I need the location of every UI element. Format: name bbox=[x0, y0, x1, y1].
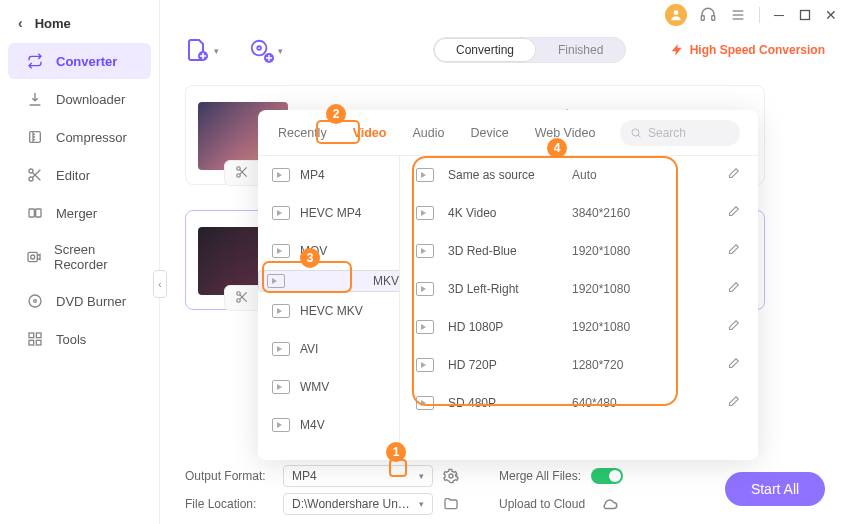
resolution-item[interactable]: Same as sourceAuto bbox=[400, 156, 758, 194]
sidebar-item-label: Screen Recorder bbox=[54, 242, 133, 272]
sidebar-item-screen-recorder[interactable]: Screen Recorder bbox=[8, 233, 151, 281]
edit-icon[interactable] bbox=[726, 205, 742, 221]
cloud-icon[interactable] bbox=[601, 495, 619, 513]
sidebar-item-dvd-burner[interactable]: DVD Burner bbox=[8, 283, 151, 319]
edit-icon[interactable] bbox=[726, 357, 742, 373]
svg-point-15 bbox=[31, 255, 35, 259]
merge-icon bbox=[26, 204, 44, 222]
svg-point-31 bbox=[237, 299, 241, 303]
svg-point-30 bbox=[237, 292, 241, 296]
sidebar-item-merger[interactable]: Merger bbox=[8, 195, 151, 231]
user-avatar[interactable] bbox=[665, 4, 687, 26]
resolution-item[interactable]: HD 1080P1920*1080 bbox=[400, 308, 758, 346]
bottom-bar: Output Format: MP4 ▾ Merge All Files: Fi… bbox=[185, 464, 825, 514]
edit-icon[interactable] bbox=[726, 167, 742, 183]
chevron-down-icon: ▾ bbox=[419, 499, 424, 509]
resolution-list: Same as sourceAuto4K Video3840*21603D Re… bbox=[400, 156, 758, 460]
minimize-button[interactable]: ─ bbox=[772, 8, 786, 22]
format-item-m4v[interactable]: M4V bbox=[258, 406, 399, 444]
tab-audio[interactable]: Audio bbox=[410, 122, 446, 144]
format-item-hevc-mp4[interactable]: HEVC MP4 bbox=[258, 194, 399, 232]
sidebar-item-converter[interactable]: Converter bbox=[8, 43, 151, 79]
home-label: Home bbox=[35, 16, 71, 31]
disc-icon bbox=[26, 292, 44, 310]
add-disc-button[interactable]: ▾ bbox=[249, 38, 273, 62]
start-all-button[interactable]: Start All bbox=[725, 472, 825, 506]
folder-icon[interactable] bbox=[443, 496, 459, 512]
svg-point-16 bbox=[29, 295, 41, 307]
tab-converting[interactable]: Converting bbox=[434, 38, 536, 62]
video-file-icon bbox=[267, 274, 285, 288]
trim-icon[interactable] bbox=[235, 290, 251, 306]
sidebar-item-tools[interactable]: Tools bbox=[8, 321, 151, 357]
video-file-icon bbox=[416, 206, 434, 220]
home-button[interactable]: ‹ Home bbox=[0, 5, 159, 41]
format-item-wmv[interactable]: WMV bbox=[258, 368, 399, 406]
format-item-mov[interactable]: MOV bbox=[258, 232, 399, 270]
video-file-icon bbox=[416, 282, 434, 296]
video-file-icon bbox=[272, 244, 290, 258]
svg-line-36 bbox=[638, 135, 641, 138]
svg-rect-14 bbox=[28, 252, 37, 261]
trim-icon[interactable] bbox=[235, 165, 251, 181]
tab-recently[interactable]: Recently bbox=[276, 122, 329, 144]
video-file-icon bbox=[272, 380, 290, 394]
format-list: MP4HEVC MP4MOVMKVHEVC MKVAVIWMVM4V bbox=[258, 156, 400, 460]
search-input[interactable]: Search bbox=[620, 120, 740, 146]
file-location-label: File Location: bbox=[185, 497, 273, 511]
format-item-avi[interactable]: AVI bbox=[258, 330, 399, 368]
format-item-hevc-mkv[interactable]: HEVC MKV bbox=[258, 292, 399, 330]
svg-point-34 bbox=[449, 474, 453, 478]
menu-icon[interactable] bbox=[729, 6, 747, 24]
sidebar-item-label: Editor bbox=[56, 168, 90, 183]
compress-icon bbox=[26, 128, 44, 146]
tab-video[interactable]: Video bbox=[351, 122, 389, 144]
video-file-icon bbox=[272, 304, 290, 318]
merge-toggle[interactable] bbox=[591, 468, 623, 484]
sidebar-item-editor[interactable]: Editor bbox=[8, 157, 151, 193]
svg-point-17 bbox=[34, 300, 37, 303]
chevron-down-icon: ▾ bbox=[419, 471, 424, 481]
edit-icon[interactable] bbox=[726, 281, 742, 297]
sidebar-item-downloader[interactable]: Downloader bbox=[8, 81, 151, 117]
output-format-select[interactable]: MP4 ▾ bbox=[283, 465, 433, 487]
settings-icon[interactable] bbox=[443, 468, 459, 484]
output-format-label: Output Format: bbox=[185, 469, 273, 483]
merge-label: Merge All Files: bbox=[499, 469, 581, 483]
format-item-mkv[interactable]: MKV bbox=[258, 270, 400, 292]
search-placeholder: Search bbox=[648, 126, 686, 140]
edit-icon[interactable] bbox=[726, 243, 742, 259]
add-file-button[interactable]: ▾ bbox=[185, 38, 209, 62]
resolution-item[interactable]: 3D Red-Blue1920*1080 bbox=[400, 232, 758, 270]
svg-point-24 bbox=[257, 46, 261, 50]
video-file-icon bbox=[272, 168, 290, 182]
chevron-left-icon: ‹ bbox=[18, 15, 23, 31]
resolution-item[interactable]: HD 720P1280*720 bbox=[400, 346, 758, 384]
maximize-button[interactable] bbox=[798, 8, 812, 22]
annotation-3: 3 bbox=[300, 248, 320, 268]
annotation-1: 1 bbox=[386, 442, 406, 462]
format-item-mp4[interactable]: MP4 bbox=[258, 156, 399, 194]
video-file-icon bbox=[272, 206, 290, 220]
tab-finished[interactable]: Finished bbox=[536, 38, 625, 62]
resolution-item[interactable]: 4K Video3840*2160 bbox=[400, 194, 758, 232]
resolution-item[interactable]: 3D Left-Right1920*1080 bbox=[400, 270, 758, 308]
sidebar-item-label: Merger bbox=[56, 206, 97, 221]
sidebar-item-compressor[interactable]: Compressor bbox=[8, 119, 151, 155]
recorder-icon bbox=[26, 248, 42, 266]
resolution-item[interactable]: SD 480P640*480 bbox=[400, 384, 758, 422]
high-speed-indicator[interactable]: High Speed Conversion bbox=[670, 43, 825, 57]
svg-rect-13 bbox=[36, 209, 41, 217]
edit-icon[interactable] bbox=[726, 395, 742, 411]
tab-device[interactable]: Device bbox=[468, 122, 510, 144]
tab-web-video[interactable]: Web Video bbox=[533, 122, 598, 144]
svg-rect-21 bbox=[36, 340, 41, 345]
file-location-select[interactable]: D:\Wondershare UniConverter 1 ▾ bbox=[283, 493, 433, 515]
annotation-4: 4 bbox=[547, 138, 567, 158]
headset-icon[interactable] bbox=[699, 6, 717, 24]
upload-cloud-label: Upload to Cloud bbox=[499, 497, 585, 511]
close-button[interactable]: ✕ bbox=[824, 8, 838, 22]
svg-rect-2 bbox=[712, 16, 715, 21]
edit-icon[interactable] bbox=[726, 319, 742, 335]
video-file-icon bbox=[272, 418, 290, 432]
